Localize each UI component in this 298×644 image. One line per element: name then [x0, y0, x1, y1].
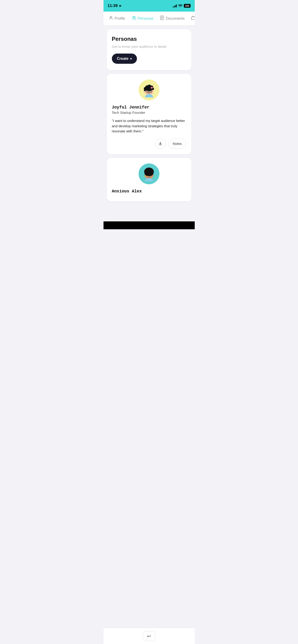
jennifer-notes-label: Notes — [173, 142, 182, 146]
svg-point-36 — [152, 175, 154, 177]
jennifer-role: Tech Startup Founder — [112, 110, 186, 114]
nav-tabs: Profile Personas Documents — [104, 12, 195, 26]
svg-point-0 — [110, 16, 112, 18]
jennifer-download-button[interactable] — [155, 139, 166, 148]
jennifer-name: Joyful Jennifer — [112, 105, 186, 110]
tab-documents[interactable]: Documents — [157, 14, 187, 23]
main-content: Personas Get to know your audience in de… — [104, 26, 195, 205]
create-button[interactable]: Create ▾ — [112, 54, 137, 64]
status-time: 11:39 ➤ — [108, 4, 122, 8]
jennifer-quote: "I want to understand my target audience… — [112, 118, 186, 134]
battery-level: 100 — [185, 4, 189, 7]
signal-icon — [173, 4, 177, 8]
location-icon: ➤ — [119, 4, 122, 8]
status-bar: 11:39 ➤ 100 — [104, 0, 195, 12]
personas-subtitle: Get to know your audience in detail — [112, 44, 186, 48]
download-icon — [158, 141, 162, 146]
alex-avatar — [139, 164, 159, 184]
tab-personas[interactable]: Personas — [129, 14, 156, 23]
svg-point-24 — [151, 87, 152, 88]
status-icons: 100 — [173, 4, 190, 8]
jennifer-avatar — [139, 80, 159, 100]
alex-name: Anxious Alex — [112, 189, 186, 194]
chevron-down-icon: ▾ — [130, 57, 132, 60]
personas-title: Personas — [112, 36, 186, 42]
wifi-icon — [178, 4, 182, 8]
tab-personas-label: Personas — [138, 16, 153, 21]
persona-card-alex: Anxious Alex — [107, 158, 191, 202]
svg-point-1 — [133, 16, 134, 18]
documents-icon — [160, 16, 164, 21]
tab-profile[interactable]: Profile — [106, 14, 128, 23]
alex-avatar-container — [112, 164, 186, 184]
jennifer-avatar-container — [112, 80, 186, 100]
tab-profile-label: Profile — [115, 16, 125, 21]
jennifer-notes-button[interactable]: Notes — [168, 139, 186, 148]
svg-point-25 — [144, 91, 146, 93]
personas-header-card: Personas Get to know your audience in de… — [107, 29, 191, 70]
tab-more[interactable]: C — [188, 14, 194, 23]
svg-point-26 — [152, 91, 154, 93]
more-icon — [191, 16, 194, 21]
svg-point-34 — [145, 171, 153, 176]
svg-point-14 — [147, 91, 148, 92]
personas-icon — [132, 16, 136, 21]
jennifer-actions: Notes — [112, 139, 186, 148]
svg-point-2 — [134, 16, 135, 18]
time-display: 11:39 — [108, 4, 118, 8]
svg-rect-7 — [191, 17, 194, 20]
svg-point-37 — [145, 176, 146, 177]
svg-point-15 — [150, 91, 151, 92]
phone-bottom-bar — [104, 222, 195, 229]
tab-documents-label: Documents — [166, 16, 184, 21]
battery-icon: 100 — [184, 4, 190, 8]
profile-icon — [109, 16, 113, 21]
create-label: Create — [117, 56, 129, 61]
persona-card-jennifer: Joyful Jennifer Tech Startup Founder "I … — [107, 74, 191, 154]
